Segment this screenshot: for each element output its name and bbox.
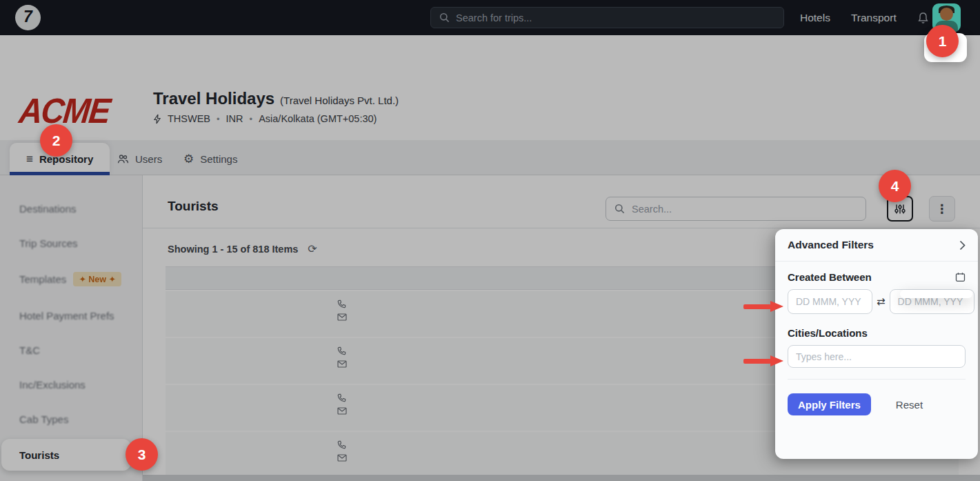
org-currency: INR — [226, 113, 243, 124]
repository-sidebar: Destinations Trip Sources Templates ✦ Ne… — [0, 175, 143, 481]
trips-search-input[interactable] — [456, 12, 775, 23]
sliders-icon — [894, 204, 906, 215]
date-from-input[interactable] — [788, 289, 872, 314]
phone-icon — [337, 300, 346, 308]
tab-label: Repository — [39, 153, 93, 165]
table-scroll-band[interactable] — [143, 475, 980, 481]
sidebar-item-tnc[interactable]: T&C — [19, 344, 40, 356]
org-name: Travel Holidays — [153, 89, 274, 108]
mail-icon — [337, 454, 347, 462]
brand-glyph: 7 — [23, 8, 32, 26]
org-timezone: Asia/Kolkata (GMT+05:30) — [259, 113, 377, 124]
search-icon — [614, 204, 625, 214]
pointer-arrow-cities-input — [743, 355, 783, 366]
created-between-label: Created Between — [788, 271, 872, 283]
reset-button[interactable]: Reset — [896, 399, 923, 411]
top-nav: 7 TripsBookingsAccounting Hotels Transpo… — [0, 0, 980, 35]
new-badge: ✦ New ✦ — [73, 272, 121, 286]
trips-search[interactable] — [430, 7, 784, 28]
refresh-icon[interactable]: ⟳ — [308, 242, 317, 255]
page-title: Tourists — [168, 199, 219, 214]
tab-settings[interactable]: ⚙ Settings — [167, 143, 254, 175]
pointer-arrow-date-input — [743, 301, 783, 312]
kebab-icon: ⋮ — [936, 202, 948, 217]
sidebar-item-hotel-payment-prefs[interactable]: Hotel Payment Prefs — [19, 310, 114, 322]
acme-logo: ACME — [17, 90, 112, 131]
sidebar-item-destinations[interactable]: Destinations — [19, 203, 77, 215]
quick-dates-dropdown: TodayYesterdayThis WeekThis MonthLast Mo… — [900, 290, 972, 298]
results-count: Showing 1 - 15 of 818 Items — [168, 244, 298, 255]
tourists-search[interactable] — [606, 197, 866, 221]
phone-icon — [337, 393, 346, 402]
brand-logo-icon[interactable]: 7 — [15, 5, 41, 30]
chevron-right-icon[interactable] — [959, 240, 966, 251]
sidebar-item-tourists[interactable]: Tourists — [1, 439, 131, 471]
walkthrough-badge-4: 4 — [879, 170, 911, 202]
gear-icon: ⚙ — [183, 153, 194, 165]
calendar-icon[interactable] — [955, 272, 966, 282]
walkthrough-badge-1: 1 — [926, 25, 959, 57]
search-icon — [439, 12, 450, 23]
cities-input[interactable] — [788, 345, 966, 368]
walkthrough-badge-2: 2 — [40, 124, 72, 157]
swap-arrows-icon: ⇄ — [877, 295, 886, 308]
lightning-icon — [153, 114, 161, 124]
phone-icon — [337, 346, 346, 355]
filters-panel-title: Advanced Filters — [788, 239, 874, 251]
org-meta: THSWEB • INR • Asia/Kolkata (GMT+05:30) — [153, 113, 377, 124]
cities-label: Cities/Locations — [788, 327, 966, 339]
top-nav-item-transport[interactable]: Transport — [851, 12, 897, 24]
sidebar-item-cab-types[interactable]: Cab Types — [19, 413, 68, 425]
advanced-filters-panel: Advanced Filters Created Between ⇄ Citie… — [775, 229, 978, 459]
org-code: THSWEB — [168, 113, 210, 124]
divider — [143, 228, 980, 228]
mail-icon — [337, 407, 347, 415]
top-nav-right: Hotels Transport — [800, 0, 929, 35]
mail-icon — [337, 360, 347, 368]
top-nav-item-hotels[interactable]: Hotels — [800, 12, 830, 24]
walkthrough-badge-3: 3 — [126, 438, 158, 471]
mail-icon — [337, 313, 347, 321]
org-header: ACME Travel Holidays (Travel Holidays Pv… — [0, 35, 980, 140]
tourists-search-input[interactable] — [632, 204, 857, 215]
apply-filters-button[interactable]: Apply Filters — [788, 393, 871, 415]
tab-label: Settings — [200, 153, 237, 165]
org-legal-name: (Travel Holidays Pvt. Ltd.) — [280, 95, 399, 106]
avatar-head-shape — [940, 8, 953, 21]
sidebar-item-inc-exclusions[interactable]: Inc/Exclusions — [19, 379, 86, 391]
tab-bar: ≡ Repository Users ⚙ Settings — [0, 140, 980, 175]
tab-label: Users — [135, 153, 162, 165]
sidebar-item-templates[interactable]: Templates ✦ New ✦ — [19, 272, 121, 286]
phone-icon — [337, 440, 346, 449]
more-options-button[interactable]: ⋮ — [929, 196, 955, 222]
bell-icon[interactable] — [917, 12, 929, 24]
list-icon: ≡ — [26, 153, 33, 165]
sidebar-item-trip-sources[interactable]: Trip Sources — [19, 237, 77, 249]
users-icon — [117, 154, 129, 164]
